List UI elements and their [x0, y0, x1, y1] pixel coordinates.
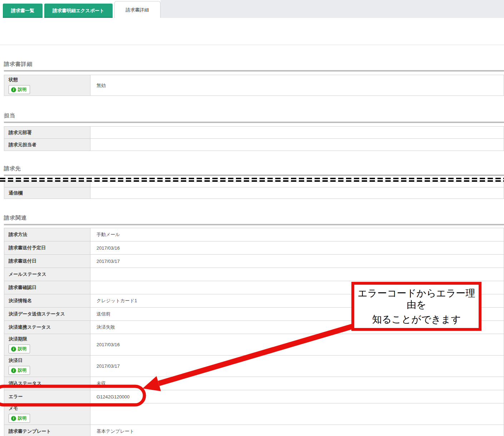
explain-button[interactable]: i説明	[9, 344, 30, 353]
section-2: 請求先通信欄	[4, 165, 504, 199]
row-label-text: 請求書送付日	[9, 258, 36, 264]
row-label-text: 状態	[9, 77, 18, 83]
row-value: 2017/03/16	[90, 334, 504, 355]
info-icon: i	[11, 87, 16, 92]
detail-table: 状態i説明無効	[4, 75, 504, 96]
explain-button-label: 説明	[18, 346, 26, 352]
row-label-text: 請求方法	[9, 231, 27, 238]
tab-invoice-detail[interactable]: 請求書詳細	[114, 1, 160, 18]
row-label: 請求元担当者	[4, 139, 90, 151]
info-icon: i	[11, 416, 16, 421]
table-row: 請求元部署	[4, 127, 504, 139]
row-label: メモi説明	[4, 403, 90, 425]
table-row: 状態i説明無効	[4, 75, 504, 96]
invoice-detail-content: 請求書詳細状態i説明無効担当請求元部署請求元担当者請求先通信欄請求関連請求方法手…	[0, 61, 504, 436]
annotation-callout: エラーコードからエラー理由を 知ることができます	[351, 282, 481, 331]
row-value	[90, 403, 504, 425]
explain-button[interactable]: i説明	[9, 366, 30, 375]
info-icon: i	[11, 347, 16, 352]
info-icon: i	[11, 368, 16, 373]
detail-table: 請求方法手動メール請求書送付予定日2017/03/16請求書送付日2017/03…	[4, 228, 504, 436]
row-value: 2017/03/17	[90, 356, 504, 377]
section-title: 請求関連	[4, 215, 504, 221]
row-value	[90, 187, 504, 199]
row-label: 決済日i説明	[4, 356, 90, 377]
row-label: 請求方法	[4, 228, 90, 241]
row-label-text: 決済期限	[9, 336, 27, 342]
row-label-text: メールステータス	[9, 271, 46, 278]
table-row: 請求書送付予定日2017/03/16	[4, 241, 504, 255]
row-label-text: 消込ステータス	[9, 380, 41, 387]
table-row	[4, 182, 504, 187]
row-value: 未収	[90, 377, 504, 390]
row-value: 手動メール	[90, 228, 504, 241]
tab-bar: 請求書一覧請求書明細エクスポート請求書詳細	[0, 0, 504, 18]
row-label: 決済データ送信ステータス	[4, 308, 90, 320]
table-row: 消込ステータス未収	[4, 377, 504, 390]
row-label-text: エラー	[9, 393, 23, 400]
row-label-text: 通信欄	[9, 190, 23, 196]
row-value: 無効	[90, 75, 504, 95]
section-1: 担当請求元部署請求元担当者	[4, 112, 504, 151]
row-label-text: 請求書送付予定日	[9, 245, 46, 251]
row-value: G1242G120000	[90, 390, 504, 403]
row-label: 決済期限i説明	[4, 334, 90, 355]
invoice-detail-screen: 請求書一覧請求書明細エクスポート請求書詳細 請求書詳細状態i説明無効担当請求元部…	[0, 0, 504, 436]
row-label: 通信欄	[4, 187, 90, 199]
row-value: 基本テンプレート	[90, 425, 504, 436]
table-row: 請求書テンプレート基本テンプレート	[4, 425, 504, 436]
row-label: 決済情報名	[4, 294, 90, 307]
table-row: 決済期限i説明2017/03/16	[4, 334, 504, 356]
explain-button[interactable]: i説明	[9, 414, 30, 423]
row-label: エラー	[4, 390, 90, 403]
tab-invoice-list[interactable]: 請求書一覧	[3, 4, 43, 18]
row-label: 請求書テンプレート	[4, 425, 90, 436]
section-underline	[4, 122, 504, 123]
row-label-text: 請求元部署	[9, 129, 32, 136]
row-label-text: 請求書確認日	[9, 284, 36, 291]
row-value	[90, 268, 504, 281]
section-underline	[4, 175, 504, 176]
section-title: 請求先	[4, 165, 504, 172]
section-underline	[4, 224, 504, 225]
row-label: 消込ステータス	[4, 377, 90, 390]
detail-table: 請求元部署請求元担当者	[4, 126, 504, 151]
table-row: 請求元担当者	[4, 139, 504, 151]
explain-button-label: 説明	[18, 367, 26, 373]
row-label: 請求書送付予定日	[4, 241, 90, 254]
row-label: メールステータス	[4, 268, 90, 281]
table-row: メモi説明	[4, 403, 504, 425]
detail-table: 通信欄	[4, 182, 504, 199]
top-divider	[0, 45, 504, 45]
row-value	[90, 127, 504, 138]
row-label-text: 請求書テンプレート	[9, 428, 51, 435]
row-label-text: 決済情報名	[9, 298, 32, 304]
section-underline	[4, 70, 504, 72]
explain-button-label: 説明	[18, 87, 26, 93]
row-label-text: 決済データ送信ステータス	[9, 311, 65, 317]
row-value	[90, 182, 504, 187]
table-row: 請求方法手動メール	[4, 228, 504, 241]
content-cut-divider	[0, 178, 504, 182]
tab-invoice-line-export[interactable]: 請求書明細エクスポート	[44, 4, 113, 18]
table-row: 請求書送付日2017/03/17	[4, 255, 504, 268]
row-value: 2017/03/16	[90, 241, 504, 254]
row-label: 請求書送付日	[4, 255, 90, 268]
row-label: 請求元部署	[4, 127, 90, 138]
row-label: 決済連携ステータス	[4, 321, 90, 334]
table-row: メールステータス	[4, 268, 504, 281]
table-row: エラーG1242G120000	[4, 390, 504, 403]
row-label-text: 決済日	[9, 357, 23, 364]
section-title: 請求書詳細	[4, 61, 504, 67]
explain-button-label: 説明	[18, 415, 26, 421]
row-label-text: 決済連携ステータス	[9, 324, 51, 330]
tab-strip-filler	[160, 0, 504, 18]
table-row: 決済日i説明2017/03/17	[4, 356, 504, 377]
row-value: 2017/03/17	[90, 255, 504, 268]
row-value	[90, 139, 504, 151]
explain-button[interactable]: i説明	[9, 85, 30, 94]
row-label-text: メモ	[9, 405, 18, 412]
row-label-text: 請求元担当者	[9, 142, 36, 148]
table-row: 通信欄	[4, 187, 504, 199]
section-0: 請求書詳細状態i説明無効	[4, 61, 504, 96]
